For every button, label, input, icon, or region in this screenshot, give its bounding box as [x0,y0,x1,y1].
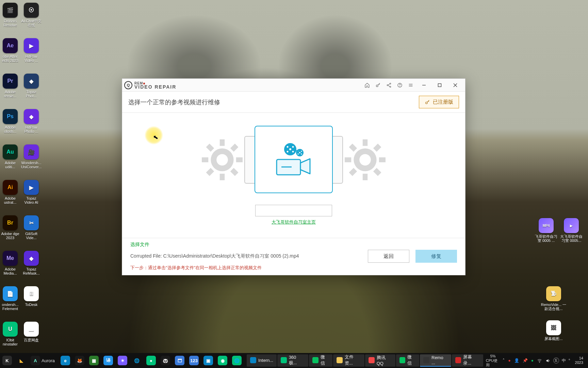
remo-video-repair-window: REM■ VIDEO REPAIR 选择一个正常的参考视频进行维修 已注册版 [122,78,466,275]
volume-icon[interactable] [545,358,551,363]
taskbar-app-screenrec[interactable]: 屏幕录... [452,354,483,367]
svg-rect-13 [230,143,239,152]
desktop-icon-hitpaw-video[interactable]: ▶HitPaw Video ... [21,38,42,74]
desktop-icon-davinci-resolve[interactable]: 🎬DaVinci Resolve [0,3,20,38]
svg-rect-26 [373,168,381,176]
taskbar-pin-se[interactable]: 🌐 [230,353,244,368]
footer-bar: 选择文件 Corrupted File: C:\Users\Administra… [122,238,465,275]
tray-wechat-icon[interactable]: ● [531,358,534,363]
desktop-icon-media-encoder[interactable]: MeAdobe Media... [0,251,20,286]
repair-button[interactable]: 修复 [415,250,457,263]
taskbar-app-weixin2[interactable]: 微信 [396,354,420,367]
wifi-icon[interactable] [537,358,542,363]
desktop-icon-after-effects[interactable]: Aeobe After ects 2023 [0,38,20,74]
reference-path-input[interactable] [255,205,332,216]
svg-point-34 [292,146,294,148]
select-file-link[interactable]: 选择文件 [130,242,362,248]
registered-badge[interactable]: 已注册版 [419,96,459,108]
desktop-icon-uniconverter[interactable]: 🎥Wondersh... UniConver... [21,144,42,180]
maximize-button[interactable] [432,80,447,90]
taskbar-pin-monitor[interactable]: 🗔 [173,353,187,368]
taskbar-app-remo[interactable]: Remo ... [420,354,451,367]
svg-rect-12 [236,157,243,162]
taskbar-pin-panda[interactable]: 🐼 [158,353,173,368]
desktop-icon-photoshop[interactable]: PsAdobe otosh... [0,109,20,144]
svg-point-36 [292,151,294,152]
svg-rect-9 [220,139,225,146]
taskbar-app-360jisu[interactable]: 360 极... [277,354,308,367]
taskbar-pin-360[interactable]: ◉ [215,353,230,368]
minimize-button[interactable] [416,80,432,90]
desktop-icon-bridge[interactable]: BrAdobe dge 2023 [0,215,20,251]
share-icon[interactable] [383,80,394,90]
close-button[interactable] [447,80,463,90]
taskbar-pin-firefox[interactable]: 🦊 [72,353,87,368]
taskbar-app-internet[interactable]: Intern... [247,354,277,367]
desktop-icon-topaz-photo[interactable]: ◆Topaz Phot... [21,74,42,109]
taskbar-pin-start[interactable]: K [0,353,14,368]
desktop-file-mp4-file-1[interactable]: MP4飞哥软件自习室 0005 ... [534,218,559,243]
svg-rect-10 [220,173,225,180]
tray-person-icon[interactable]: 👤 [514,358,519,363]
taskbar-app-qq[interactable]: 腾讯QQ [365,354,395,367]
cpu-widget[interactable]: 5% CPU使用 [486,354,500,367]
desktop-file-screenshot-file[interactable]: 🖼屏幕截图... [540,320,568,341]
desktop-icon-todesk[interactable]: 🖥ToDesk [21,286,42,322]
weather-icon[interactable]: ° [569,358,570,363]
svg-point-32 [289,148,291,150]
taskbar-pin-notes[interactable]: ▦ [87,353,101,368]
clock[interactable]: 14 2023 [573,356,585,365]
taskbar-open-apps: Intern...360 极...微信文件资...腾讯QQ微信Remo ...屏… [247,353,483,368]
svg-point-35 [287,151,289,152]
key-icon[interactable] [373,80,383,90]
svg-point-42 [539,362,540,362]
desktop-icon-audition[interactable]: AuAdobe uditi... [0,144,20,180]
desktop-icon-baidu-pan[interactable]: ☁百度网盘 [21,322,42,357]
tray-icons[interactable]: ˄ ● 👤 📌 ● [503,358,551,363]
ime-indicator-2[interactable]: 中 [562,358,566,364]
desktop-icon-illustrator[interactable]: AiAdobe ustrat... [0,180,20,215]
desktop-icon-premiere[interactable]: PrAdobe remie... [0,74,20,109]
svg-point-0 [376,85,378,87]
desktop-file-remo-zip[interactable]: 🗜RemoVide... 一款适合视... [540,286,568,311]
key-icon [425,99,430,105]
desktop-icon-gilisoft[interactable]: ✂GiliSoft Vide... [21,215,42,251]
desktop-icon-iobit[interactable]: UIObit ninstaller [0,322,20,357]
tray-pin-icon[interactable]: 📌 [523,358,528,363]
desktop-file-mp4-file-2[interactable]: ▶大飞哥软件自习室 0005... [559,218,584,243]
reference-video-card[interactable] [255,126,333,193]
taskbar-pin-calendar[interactable]: 123 [187,353,201,368]
desktop-icon-grid: 🎬DaVinci Resolve⦿AI-Chat中文在线Aeobe After … [0,2,42,357]
svg-point-17 [216,154,228,166]
taskbar-pin-spark[interactable]: ✶ [115,353,130,368]
ime-indicator-1[interactable]: 五 [553,357,559,364]
desktop-icon-topaz-remask[interactable]: ◆Topaz ReMask... [21,251,42,286]
subheader: 选择一个正常的参考视频进行维修 已注册版 [122,92,465,113]
main-area: 大飞哥软件自习室主页 [122,113,465,238]
svg-point-5 [400,86,400,86]
window-titlebar[interactable]: REM■ VIDEO REPAIR [122,79,465,92]
tray-up-icon[interactable]: ˄ [503,358,505,363]
desktop-icon-hitpaw-photo[interactable]: ◆HitPaw Photo ... [21,109,42,144]
tray-rec-icon[interactable]: ● [508,358,510,363]
taskbar-pin-chrome[interactable]: 🌐 [130,353,144,368]
desktop-icon-topaz-video[interactable]: ▶Topaz Video AI [21,180,42,215]
taskbar-app-explorer[interactable]: 文件资... [333,354,364,367]
desktop-icon-ai-chat[interactable]: ⦿AI-Chat中文在线 [21,3,42,38]
svg-point-7 [426,102,427,104]
taskbar-pin-green[interactable]: ● [144,353,158,368]
help-icon[interactable] [394,80,405,90]
taskbar-app-wechat[interactable]: 微信 [309,354,332,367]
desktop-icon-pdfelement[interactable]: 📄ondersh... Felement [0,286,20,322]
brand-logo-icon [124,81,132,89]
menu-icon[interactable] [405,80,416,90]
taskbar-pin-listary[interactable]: ◣ [14,353,29,368]
gear-right-icon [345,139,386,180]
home-icon[interactable] [362,80,373,90]
back-button[interactable]: 返回 [368,250,409,263]
taskbar-pin-edge[interactable]: e [58,353,72,368]
taskbar-pin-aurora[interactable]: AAurora [29,353,58,368]
homepage-link[interactable]: 大飞哥软件自习室主页 [272,219,316,225]
taskbar-pin-translate[interactable]: 译 [101,353,115,368]
taskbar-pin-blue[interactable]: ▣ [201,353,215,368]
